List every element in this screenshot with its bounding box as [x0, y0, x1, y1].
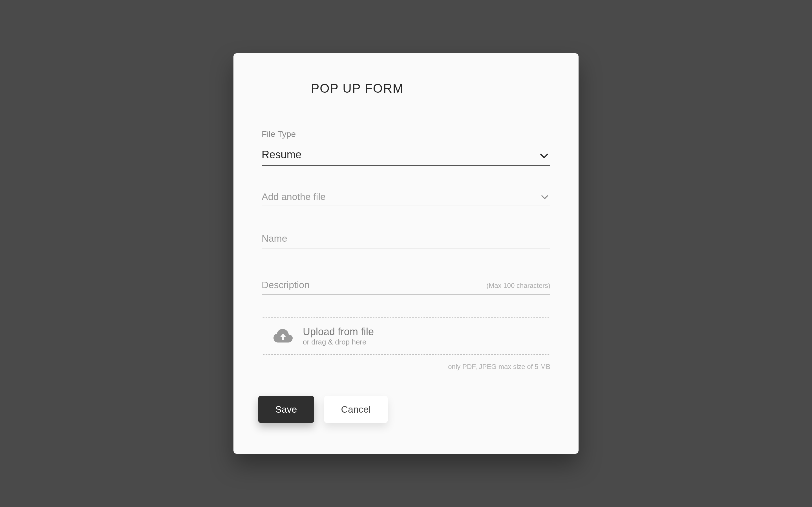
save-button[interactable]: Save [258, 396, 314, 423]
file-type-value: Resume [262, 146, 550, 165]
chevron-down-icon [541, 193, 548, 202]
cancel-button[interactable]: Cancel [324, 396, 388, 423]
chevron-down-icon [540, 151, 548, 161]
name-placeholder: Name [262, 230, 550, 248]
description-helper: (Max 100 characters) [486, 282, 550, 290]
file-type-select[interactable]: Resume [262, 146, 550, 166]
modal-title: POP UP FORM [311, 81, 550, 96]
button-row: Save Cancel [258, 396, 550, 423]
upload-title: Upload from file [303, 326, 374, 338]
popup-form-modal: POP UP FORM File Type Resume Add anothe … [234, 53, 578, 454]
upload-hint: only PDF, JPEG max size of 5 MB [262, 363, 550, 371]
add-file-placeholder: Add anothe file [262, 188, 550, 206]
file-type-label: File Type [262, 129, 550, 139]
upload-field: Upload from file or drag & drop here onl… [262, 318, 550, 371]
cloud-upload-icon [273, 328, 293, 344]
upload-dropzone[interactable]: Upload from file or drag & drop here [262, 318, 550, 355]
description-field: Description (Max 100 characters) [262, 277, 550, 295]
name-field: Name [262, 230, 550, 248]
description-input[interactable]: Description (Max 100 characters) [262, 277, 550, 295]
add-file-select[interactable]: Add anothe file [262, 188, 550, 206]
name-input[interactable]: Name [262, 230, 550, 248]
upload-subtitle: or drag & drop here [303, 338, 374, 346]
add-file-field: Add anothe file [262, 188, 550, 206]
file-type-field: File Type Resume [262, 129, 550, 166]
upload-text-group: Upload from file or drag & drop here [303, 326, 374, 346]
